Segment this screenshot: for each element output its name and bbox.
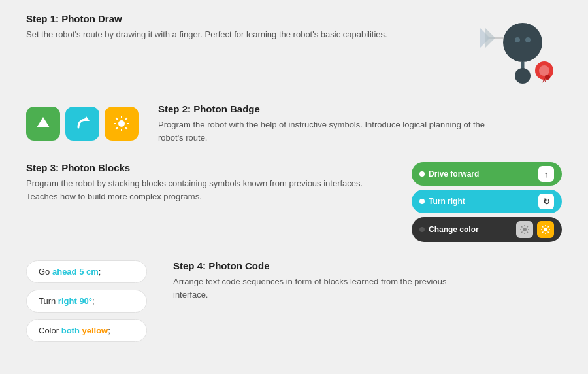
block-dot-green bbox=[419, 171, 425, 177]
step3-text: Step 3: Photon Blocks Program the robot … bbox=[26, 162, 379, 203]
robot-svg bbox=[448, 15, 559, 84]
svg-line-34 bbox=[548, 232, 549, 233]
svg-point-3 bbox=[525, 37, 531, 42]
svg-line-18 bbox=[116, 128, 118, 129]
step2-text: Step 2: Photon Badge Program the robot w… bbox=[158, 103, 511, 144]
code-highlight-5cm: 5 cm bbox=[79, 267, 99, 277]
svg-point-8 bbox=[545, 75, 550, 80]
step1-title: Step 1: Photon Draw bbox=[26, 13, 405, 24]
yellow-badge bbox=[537, 221, 554, 238]
step3-title: Step 3: Photon Blocks bbox=[26, 162, 379, 173]
step4-title: Step 4: Photon Code bbox=[173, 260, 474, 271]
block-icon-up: ↑ bbox=[538, 166, 554, 182]
block-label-drive: Drive forward bbox=[429, 169, 534, 178]
code-pill-color: Color both yellow; bbox=[26, 319, 147, 342]
step3-blocks: Drive forward ↑ Turn right ↻ Change colo… bbox=[412, 162, 562, 242]
step2-icons bbox=[26, 107, 139, 141]
step3-desc: Program the robot by stacking blocks con… bbox=[26, 177, 379, 203]
code-pill-turn: Turn right 90°; bbox=[26, 290, 147, 313]
code-highlight-yellow: yellow bbox=[82, 326, 108, 335]
block-change-color: Change color bbox=[412, 217, 562, 242]
svg-line-33 bbox=[542, 226, 544, 228]
svg-point-1 bbox=[503, 23, 542, 62]
step2-title: Step 2: Photon Badge bbox=[158, 103, 511, 114]
step2-desc: Program the robot with the help of instr… bbox=[158, 118, 511, 144]
step3-section: Step 3: Photon Blocks Program the robot … bbox=[26, 162, 562, 242]
svg-line-25 bbox=[527, 232, 529, 233]
svg-line-24 bbox=[521, 226, 523, 228]
badge-icon-sun bbox=[105, 107, 139, 141]
step1-desc: Set the robot's route by drawing it with… bbox=[26, 28, 405, 41]
svg-point-28 bbox=[523, 228, 527, 231]
svg-line-17 bbox=[125, 118, 127, 120]
svg-line-35 bbox=[548, 226, 549, 228]
svg-line-27 bbox=[521, 232, 523, 233]
block-label-color: Change color bbox=[429, 225, 512, 234]
svg-line-15 bbox=[116, 118, 118, 120]
step1-robot-image bbox=[444, 13, 562, 85]
block-turn-right: Turn right ↻ bbox=[412, 190, 562, 213]
code-highlight-90: 90° bbox=[79, 296, 92, 306]
block-drive-forward: Drive forward ↑ bbox=[412, 162, 562, 186]
step2-section: Step 2: Photon Badge Program the robot w… bbox=[26, 103, 562, 144]
svg-point-5 bbox=[515, 68, 531, 84]
step4-section: Go ahead 5 cm; Turn right 90°; Color bot… bbox=[26, 260, 562, 342]
sun-badge-gray bbox=[516, 221, 533, 238]
step1-text: Step 1: Photon Draw Set the robot's rout… bbox=[26, 13, 405, 41]
svg-point-37 bbox=[544, 228, 547, 231]
svg-line-36 bbox=[542, 232, 544, 233]
badge-icon-arrow bbox=[26, 107, 60, 141]
svg-marker-10 bbox=[83, 116, 90, 121]
svg-line-26 bbox=[527, 226, 529, 228]
svg-point-2 bbox=[515, 37, 520, 42]
block-dot-dark bbox=[419, 227, 425, 232]
step1-section: Step 1: Photon Draw Set the robot's rout… bbox=[26, 13, 562, 85]
code-highlight-right: right bbox=[58, 296, 77, 306]
step4-desc: Arrange text code sequences in form of b… bbox=[173, 275, 474, 301]
block-dot-teal bbox=[419, 199, 425, 204]
step4-code: Go ahead 5 cm; Turn right 90°; Color bot… bbox=[26, 260, 147, 342]
svg-line-16 bbox=[125, 128, 127, 129]
block-icon-turn: ↻ bbox=[538, 194, 554, 209]
main-page: Step 1: Photon Draw Set the robot's rout… bbox=[0, 0, 588, 374]
badge-icon-turn bbox=[65, 107, 99, 141]
svg-point-7 bbox=[539, 65, 549, 76]
step4-text: Step 4: Photon Code Arrange text code se… bbox=[173, 260, 474, 301]
block-label-turn: Turn right bbox=[429, 197, 534, 206]
svg-marker-9 bbox=[37, 117, 50, 128]
code-pill-go: Go ahead 5 cm; bbox=[26, 260, 147, 283]
code-highlight-both: both bbox=[61, 326, 80, 335]
svg-point-19 bbox=[118, 120, 125, 127]
code-highlight-ahead: ahead bbox=[52, 267, 77, 277]
